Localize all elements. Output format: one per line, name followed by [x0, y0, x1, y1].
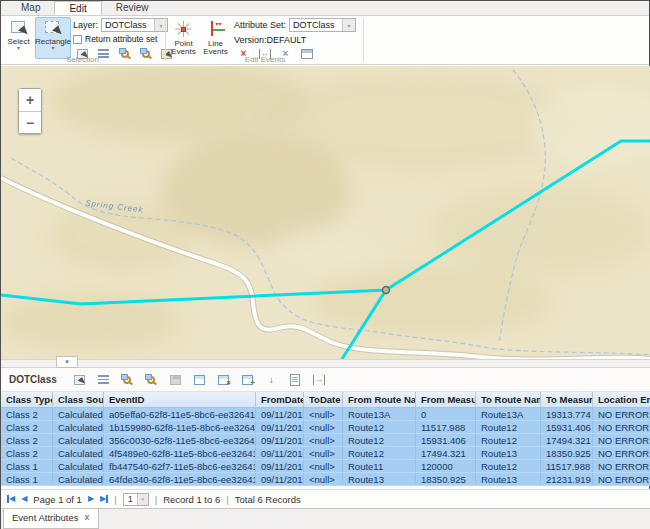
close-icon[interactable]: x [85, 512, 90, 528]
tab-event-attributes[interactable]: Event Attributes x [3, 509, 99, 529]
event-attributes-tab-label: Event Attributes [12, 512, 79, 528]
table-row[interactable]: Class 2Calculated4f5489e0-62f8-11e5-8bc6… [1, 447, 650, 460]
table-cell: Route13A [343, 408, 416, 420]
add-record-icon[interactable]: + [239, 372, 256, 388]
attribute-set-dropdown[interactable]: DOTClass ▾ [289, 18, 356, 32]
table-cell: 09/11/2015 [256, 473, 304, 485]
table-cell: <null> [304, 473, 343, 485]
tab-review[interactable]: Review [102, 1, 163, 15]
column-header-to-measure[interactable]: To Measure [541, 392, 593, 407]
table-cell: 17494.321 [416, 447, 476, 459]
page-number-value: 1 [124, 494, 137, 504]
chevron-down-icon: ▾ [137, 494, 148, 505]
previous-page-button[interactable]: ◀ [21, 494, 27, 504]
tab-map[interactable]: Map [7, 1, 54, 15]
select-records-icon[interactable] [71, 372, 88, 388]
attribute-set-value: DOTClass [290, 20, 342, 30]
table-cell: 09/11/2015 [256, 460, 304, 472]
column-header-location-error[interactable]: Location Error [593, 392, 650, 407]
chevron-down-icon[interactable]: ▾ [17, 46, 20, 51]
zoom-out-button[interactable]: − [19, 111, 41, 133]
table-cell: NO ERROR [593, 434, 650, 446]
table-cell: Route12 [476, 421, 541, 433]
chevron-down-icon[interactable]: ▾ [51, 46, 54, 51]
column-header-eventid[interactable]: EventID [104, 392, 256, 407]
select-tool-button[interactable]: Select ▾ [3, 17, 34, 59]
panel-splitter[interactable]: ▼ [1, 359, 650, 368]
version-text: Version:DEFAULT [234, 35, 306, 45]
line-events-icon: ▾▾ [205, 20, 227, 38]
last-page-button[interactable]: ▶ [100, 494, 108, 504]
table-cell: Calculated [53, 473, 104, 485]
zoom-to-record-icon[interactable] [119, 372, 136, 388]
table-cell: Route12 [343, 447, 416, 459]
tab-edit[interactable]: Edit [54, 1, 101, 15]
table-cell: 21231.919 [541, 473, 593, 485]
pan-to-record-icon[interactable] [143, 372, 160, 388]
table-cell: NO ERROR [593, 473, 650, 485]
total-records-text: Total 6 Records [235, 494, 301, 505]
table-cell: Class 2 [1, 421, 53, 433]
point-events-icon [173, 20, 195, 38]
point-events-label: Point Events [169, 40, 198, 56]
map-viewport[interactable]: Spring Creek + − [1, 66, 650, 359]
table-cell: Route11 [343, 460, 416, 472]
layer-dropdown[interactable]: DOTClass ▾ [101, 18, 168, 32]
table-row[interactable]: Class 1Calculatedfb447540-62f7-11e5-8bc6… [1, 460, 650, 473]
table-cell: 15931.406 [541, 421, 593, 433]
column-header-from-measure[interactable]: From Measure [416, 392, 476, 407]
table-cell: <null> [304, 408, 343, 420]
return-attribute-set-checkbox[interactable] [73, 35, 82, 44]
column-header-class-type[interactable]: Class Type [1, 392, 53, 407]
basemap [1, 66, 650, 359]
selection-group-label: Selection [1, 55, 164, 64]
table-cell: Class 2 [1, 434, 53, 446]
table-cell: Route13 [343, 473, 416, 485]
switch-selection-icon[interactable] [191, 372, 208, 388]
zoom-in-button[interactable]: + [19, 89, 41, 111]
table-cell: 4f5489e0-62f8-11e5-8bc6-ee32641d5ec9 [104, 447, 256, 459]
first-page-button[interactable]: ◀ [7, 494, 15, 504]
rectangle-tool-button[interactable]: Rectangle ▾ [35, 17, 71, 59]
column-header-todate[interactable]: ToDate [304, 392, 343, 407]
table-cell: 11517.988 [416, 421, 476, 433]
table-cell: 64fde340-62f8-11e5-8bc6-ee32641d5ec9 [104, 473, 256, 485]
delete-record-icon[interactable]: × [215, 372, 232, 388]
open-form-icon[interactable] [287, 372, 304, 388]
column-header-fromdate[interactable]: FromDate [256, 392, 304, 407]
table-cell: fb447540-62f7-11e5-8bc6-ee32641d5ec9 [104, 460, 256, 472]
table-row[interactable]: Class 2Calculated1b159980-62f8-11e5-8bc6… [1, 421, 650, 434]
table-row[interactable]: Class 2Calculateda05effa0-62f8-11e5-8bc6… [1, 408, 650, 421]
next-page-button[interactable]: ▶ [88, 494, 94, 504]
table-row[interactable]: Class 2Calculated356c0030-62f8-11e5-8bc6… [1, 434, 650, 447]
table-cell: <null> [304, 421, 343, 433]
table-header-row: Class TypeClass SourceEventIDFromDateToD… [1, 392, 650, 408]
chevron-down-icon[interactable]: ▾ [342, 19, 355, 31]
table-cell: Class 2 [1, 408, 53, 420]
collapse-panel-button[interactable]: ▼ [56, 356, 78, 368]
column-header-class-source[interactable]: Class Source [53, 392, 104, 407]
point-events-button[interactable]: Point Events [168, 17, 199, 59]
save-edits-icon[interactable] [167, 372, 184, 388]
edit-ribbon: Select ▾ Rectangle ▾ Layer: DOTClass ▾ R… [1, 16, 649, 65]
table-cell: <null> [304, 447, 343, 459]
map-zoom-control: + − [18, 88, 42, 134]
table-cell: Route12 [476, 460, 541, 472]
table-cell: Route13A [476, 408, 541, 420]
table-cell: <null> [304, 434, 343, 446]
table-cell: 09/11/2015 [256, 434, 304, 446]
table-row[interactable]: Class 1Calculated64fde340-62f8-11e5-8bc6… [1, 473, 650, 486]
sort-records-icon[interactable]: ↓ [263, 372, 280, 388]
panel-tab-bar: Event Attributes x [1, 508, 650, 529]
column-header-to-route-name[interactable]: To Route Name [476, 392, 541, 407]
table-cell: NO ERROR [593, 421, 650, 433]
measure-record-icon[interactable]: ↔ [311, 372, 328, 388]
grid-layer-title: DOTClass [9, 374, 57, 385]
table-cell: 18350.925 [416, 473, 476, 485]
page-number-dropdown[interactable]: 1 ▾ [123, 493, 149, 506]
table-cell: NO ERROR [593, 447, 650, 459]
show-all-records-icon[interactable] [95, 372, 112, 388]
column-header-from-route-name[interactable]: From Route Name [343, 392, 416, 407]
line-events-button[interactable]: ▾▾ Line Events [200, 17, 231, 59]
route-junction-point[interactable] [383, 287, 390, 294]
